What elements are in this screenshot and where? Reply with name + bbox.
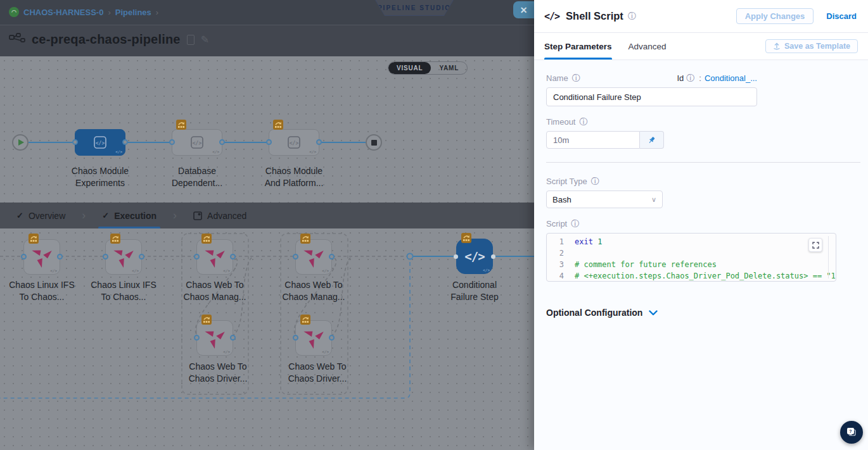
node-port[interactable] — [21, 254, 27, 259]
node-port[interactable] — [329, 335, 335, 341]
tab-execution[interactable]: ✓ Execution — [94, 203, 164, 228]
fixed-value-pin-button[interactable] — [640, 131, 664, 149]
tab-advanced[interactable]: Advanced — [629, 33, 667, 59]
editor-scrollbar[interactable] — [828, 236, 829, 278]
pipeline-end-node[interactable] — [366, 134, 382, 151]
tab-step-parameters[interactable]: Step Parameters — [544, 33, 612, 59]
exec-node-chaos-web-driver-2[interactable]: </> — [295, 320, 332, 356]
exec-node-chaos-linux-ifs-2[interactable]: </> — [105, 239, 142, 275]
code-mini-icon: </> — [212, 149, 219, 154]
code-mini-icon: </> — [483, 268, 490, 272]
info-icon[interactable]: ⓘ — [591, 177, 599, 185]
node-port[interactable] — [329, 254, 335, 259]
code-number: 1 — [593, 237, 602, 246]
upload-icon — [773, 42, 781, 50]
node-port[interactable] — [230, 254, 236, 259]
fullscreen-icon — [812, 242, 819, 249]
code-line: 3# comment for future references — [547, 259, 836, 270]
code-line: 2 — [547, 247, 836, 259]
chaos-experiment-icon — [112, 246, 135, 268]
pin-icon — [648, 136, 656, 144]
tab-overview[interactable]: ✓ Overview — [9, 203, 73, 228]
code-comment: # <+execution.steps.Chaos_Driver_Pod_Del… — [575, 270, 836, 282]
copy-doc-icon[interactable] — [187, 35, 195, 45]
visual-yaml-toggle[interactable]: VISUAL YAML — [388, 61, 468, 75]
toggle-yaml[interactable]: YAML — [431, 62, 467, 74]
node-port[interactable] — [103, 254, 108, 259]
node-port[interactable] — [293, 254, 298, 259]
script-code-editor[interactable]: 1exit 1 2 3# comment for future referenc… — [546, 233, 836, 282]
toggle-visual[interactable]: VISUAL — [388, 62, 431, 74]
exec-node-label: Chaos Linux IFSTo Chaos... — [82, 279, 165, 303]
svg-text:</>: </> — [193, 141, 202, 146]
info-icon[interactable]: ⓘ — [628, 12, 636, 20]
rollback-badge-icon — [201, 234, 212, 246]
breadcrumb-project[interactable]: CHAOS-HARNESS-0 — [23, 8, 103, 17]
exec-node-conditional-failure-step[interactable]: </> </> — [456, 239, 493, 274]
step-config-drawer: </> Shell Script ⓘ Apply Changes Discard… — [534, 0, 868, 450]
node-port[interactable] — [293, 335, 298, 341]
apply-changes-button[interactable]: Apply Changes — [736, 8, 814, 24]
stage-node-chaos-module-and-platform[interactable]: </> </> — [269, 129, 319, 156]
custom-stage-icon: </> — [286, 134, 302, 151]
name-input[interactable] — [546, 87, 757, 106]
exec-node-chaos-web-driver-1[interactable]: </> — [196, 320, 233, 356]
play-icon — [18, 139, 24, 146]
stage-node-chaos-module-experiments[interactable]: </> </> — [75, 129, 125, 156]
discard-button[interactable]: Discard — [826, 11, 857, 21]
node-port[interactable] — [266, 139, 272, 145]
edit-pencil-icon[interactable]: ✎ — [201, 34, 209, 46]
node-port[interactable] — [454, 254, 458, 259]
exec-node-chaos-web-manager-2[interactable]: </> — [295, 239, 332, 275]
breadcrumb-pipelines[interactable]: Pipelines — [115, 8, 151, 17]
stage-node-label: DatabaseDependent... — [156, 165, 238, 189]
chevron-down-icon — [649, 310, 658, 316]
info-icon[interactable]: ⓘ — [579, 118, 587, 126]
code-mini-icon: </> — [322, 349, 329, 354]
node-port[interactable] — [122, 139, 128, 145]
exec-node-chaos-linux-ifs-1[interactable]: </> — [23, 239, 60, 275]
node-port[interactable] — [230, 335, 236, 341]
close-drawer-button[interactable]: ✕ — [513, 1, 534, 18]
exec-node-label: Chaos Web ToChaos Manag... — [174, 279, 256, 303]
save-as-template-button[interactable]: Save as Template — [765, 39, 858, 53]
stop-icon — [371, 140, 377, 146]
tab-separator-icon: › — [164, 203, 186, 228]
pipeline-studio-background: ◠ CHAOS-HARNESS-0 › Pipelines › PIPELINE… — [0, 0, 534, 450]
node-port[interactable] — [219, 139, 225, 145]
rollback-badge-icon — [201, 315, 212, 327]
node-port[interactable] — [57, 254, 63, 259]
help-chat-button[interactable]: ? — [840, 421, 863, 444]
tab-advanced[interactable]: Advanced — [186, 203, 254, 228]
info-icon[interactable]: ⓘ — [571, 220, 579, 228]
pipeline-title-bar: ce-preqa-chaos-pipeline ✎ VISUAL YAML — [0, 25, 534, 56]
script-type-label: Script Type — [546, 177, 587, 186]
rollback-badge-icon — [300, 315, 310, 327]
pipeline-title: ce-preqa-chaos-pipeline — [32, 32, 181, 47]
expand-editor-button[interactable] — [808, 238, 822, 252]
node-port[interactable] — [169, 139, 175, 145]
node-port[interactable] — [139, 254, 144, 259]
node-port[interactable] — [72, 139, 78, 145]
stage-node-database-dependent[interactable]: </> </> — [172, 129, 222, 156]
info-icon[interactable]: ⓘ — [572, 74, 580, 82]
node-port[interactable] — [316, 139, 322, 145]
section-divider — [546, 162, 860, 163]
id-value-link[interactable]: Conditional_... — [705, 73, 757, 83]
script-type-select[interactable]: Bash ∨ — [546, 191, 663, 208]
name-label: Name — [546, 73, 568, 83]
pipeline-start-node[interactable] — [12, 134, 29, 151]
info-icon[interactable]: ⓘ — [686, 74, 694, 82]
optional-configuration-toggle[interactable]: Optional Configuration — [546, 308, 868, 318]
code-keyword: exit — [575, 237, 593, 246]
chaos-experiment-icon — [203, 327, 226, 349]
timeout-input[interactable] — [546, 131, 640, 149]
code-mini-icon: </> — [322, 268, 329, 273]
node-port[interactable] — [194, 254, 200, 259]
exec-node-chaos-web-manager-1[interactable]: </> — [196, 239, 233, 275]
drawer-header: </> Shell Script ⓘ Apply Changes Discard — [534, 0, 868, 33]
node-port[interactable] — [194, 335, 200, 341]
node-port[interactable] — [491, 254, 495, 259]
rollback-badge-icon — [29, 234, 39, 246]
chaos-experiment-icon — [302, 246, 325, 268]
